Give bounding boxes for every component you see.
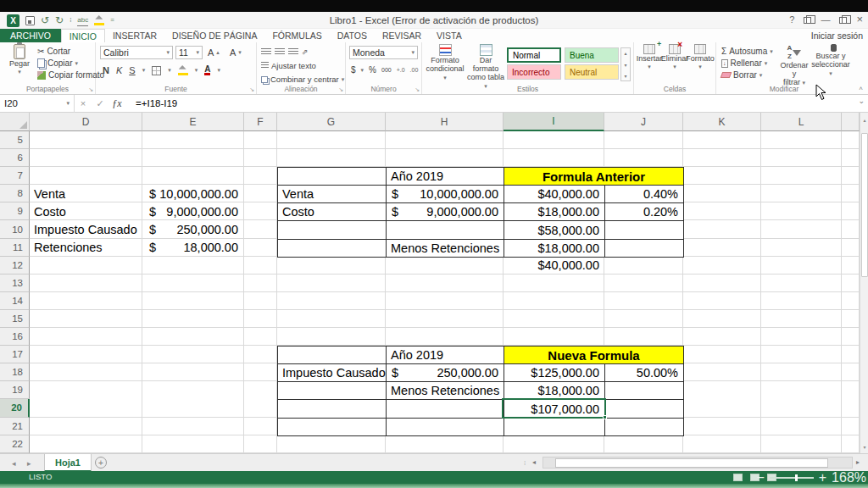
cell-G18[interactable]: Impuesto Causado xyxy=(278,364,387,382)
cell-G17[interactable] xyxy=(278,347,387,364)
row-header-17[interactable]: 17 xyxy=(0,346,30,363)
insert-cells-button[interactable]: Insertar▾ xyxy=(637,44,661,71)
cell-H21[interactable] xyxy=(387,419,504,436)
font-dialog-launcher-icon[interactable]: ↘ xyxy=(249,86,254,93)
bold-button[interactable]: N xyxy=(103,65,109,75)
fill-button[interactable]: ↓ Rellenar▾ xyxy=(721,58,767,68)
row-header-6[interactable]: 6 xyxy=(0,149,30,167)
name-box-dropdown-icon[interactable]: ▾ xyxy=(66,100,70,107)
row-header-21[interactable]: 21 xyxy=(0,418,30,435)
touch-mode-icon[interactable]: ⁞ xyxy=(70,15,71,25)
tab-insertar[interactable]: INSERTAR xyxy=(105,29,164,42)
customize-qat-icon[interactable]: = xyxy=(110,15,114,25)
clear-button[interactable]: Borrar▾ xyxy=(721,70,762,80)
sort-filter-button[interactable]: AZ Ordenar y filtrar ▾ xyxy=(777,44,811,87)
sheet-next-icon[interactable]: ▸ xyxy=(27,454,31,472)
cell-E11[interactable]: $18,000.00 xyxy=(142,239,243,257)
font-color-icon[interactable]: A xyxy=(204,65,210,75)
select-all-corner[interactable] xyxy=(0,113,30,131)
delete-cells-button[interactable]: Eliminar▾ xyxy=(663,44,687,71)
cell-G9[interactable]: Costo xyxy=(278,203,387,221)
cell-I18[interactable]: $125,000.00 xyxy=(504,364,605,382)
alignment-dialog-launcher-icon[interactable]: ↘ xyxy=(338,86,343,93)
save-icon[interactable] xyxy=(25,16,35,25)
horizontal-scroll-thumb[interactable] xyxy=(555,458,828,468)
font-name-select[interactable]: Calibri▾ xyxy=(100,46,173,59)
conditional-formatting-button[interactable]: Formato condicional ▾ xyxy=(426,44,465,82)
copy-button[interactable]: Copiar▾ xyxy=(37,58,78,68)
restore-icon[interactable] xyxy=(839,17,847,24)
row-header-15[interactable]: 15 xyxy=(0,310,30,328)
column-header-L[interactable]: L xyxy=(761,113,842,131)
cell-J8[interactable]: 0.40% xyxy=(605,186,684,203)
merge-center-button[interactable]: Combinar y centrar▾ xyxy=(261,75,344,84)
cut-button[interactable]: ✂ Cortar xyxy=(37,47,70,56)
tab-inicio[interactable]: INICIO xyxy=(61,29,105,42)
decrease-decimal-icon[interactable]: .00 xyxy=(410,67,419,73)
underline-dropdown-icon[interactable]: ▾ xyxy=(142,67,146,74)
column-header-G[interactable]: G xyxy=(277,113,386,131)
cell-D10[interactable]: Impuesto Causado xyxy=(31,221,142,239)
cell-E10[interactable]: $250,000.00 xyxy=(142,221,243,239)
row-header-18[interactable]: 18 xyxy=(0,363,30,381)
row-header-22[interactable]: 22 xyxy=(0,435,30,453)
formula-input[interactable]: =+I18-I19 xyxy=(136,98,177,108)
column-header-blank[interactable] xyxy=(842,113,860,131)
cell-I21[interactable] xyxy=(504,419,605,436)
column-header-E[interactable]: E xyxy=(142,113,244,131)
font-size-select[interactable]: 11▾ xyxy=(175,46,203,59)
row-header-14[interactable]: 14 xyxy=(0,292,30,310)
cell-E8[interactable]: $10,000,000.00 xyxy=(142,185,243,202)
currency-format-icon[interactable]: $ xyxy=(351,65,356,75)
borders-dropdown-icon[interactable]: ▾ xyxy=(168,67,171,74)
wrap-text-button[interactable]: Ajustar texto xyxy=(261,61,316,70)
cell-J21[interactable] xyxy=(605,419,684,436)
sheet-tab-hoja1[interactable]: Hoja1 xyxy=(44,454,92,472)
shrink-font-button[interactable]: A▾ xyxy=(230,47,242,58)
cell-I20[interactable]: $107,000.00 xyxy=(504,400,605,418)
tab-archivo[interactable]: ARCHIVO xyxy=(0,29,61,42)
styles-gallery-scroll[interactable]: ▴▾▾ xyxy=(620,47,631,81)
clipboard-dialog-launcher-icon[interactable]: ↘ xyxy=(88,86,93,93)
view-normal-icon[interactable] xyxy=(733,474,743,481)
cell-G21[interactable] xyxy=(278,419,387,436)
hscroll-left-icon[interactable]: ◂ xyxy=(532,457,536,469)
cell-J10[interactable] xyxy=(605,221,684,239)
cell-G20[interactable] xyxy=(278,400,387,418)
zoom-slider[interactable] xyxy=(770,477,814,479)
row-header-5[interactable]: 5 xyxy=(0,131,30,149)
autosum-button[interactable]: Σ Autosuma▾ xyxy=(721,47,773,56)
close-icon[interactable]: × xyxy=(856,13,863,25)
column-header-K[interactable]: K xyxy=(683,113,761,131)
cell-I9[interactable]: $18,000.00 xyxy=(504,203,605,221)
row-header-11[interactable]: 11 xyxy=(0,239,30,257)
row-header-13[interactable]: 13 xyxy=(0,274,30,292)
italic-button[interactable]: K xyxy=(116,65,122,75)
cell-G8[interactable]: Venta xyxy=(278,186,387,203)
comma-format-icon[interactable]: 000 xyxy=(381,67,392,73)
align-top-icon[interactable] xyxy=(261,48,271,56)
row-header-9[interactable]: 9 xyxy=(0,202,30,220)
fill-color-dropdown-icon[interactable]: ▾ xyxy=(195,67,198,74)
cell-J11[interactable] xyxy=(605,240,684,258)
borders-icon[interactable] xyxy=(152,66,161,75)
orientation-icon[interactable]: ⇗ xyxy=(302,47,309,56)
column-header-I[interactable]: I xyxy=(504,113,604,131)
font-color-dropdown-icon[interactable]: ▾ xyxy=(217,67,220,74)
tab-split-handle[interactable]: ⁞ xyxy=(524,454,526,472)
row-header-12[interactable]: 12 xyxy=(0,257,30,274)
vertical-scrollbar[interactable]: ▴ ▾ xyxy=(860,113,868,453)
style-incorrecto[interactable]: Incorrecto xyxy=(507,64,561,80)
cell-J20[interactable] xyxy=(605,400,684,418)
redo-icon[interactable]: ↻ xyxy=(55,15,64,25)
cell-I7-J7-merged[interactable]: Formula Anterior xyxy=(504,168,684,186)
fill-color-qat-icon[interactable] xyxy=(94,15,104,25)
cell-H8[interactable]: $10,000,000.00 xyxy=(387,186,504,203)
row-header-8[interactable]: 8 xyxy=(0,185,30,202)
cell-D11[interactable]: Retenciones xyxy=(31,239,142,257)
cancel-entry-icon[interactable]: × xyxy=(75,98,92,108)
column-header-D[interactable]: D xyxy=(30,113,142,131)
cell-J18[interactable]: 50.00% xyxy=(605,364,684,382)
spelling-icon[interactable]: abc xyxy=(77,15,88,26)
formula-bar-expand-icon[interactable]: ⌄ xyxy=(858,97,865,105)
